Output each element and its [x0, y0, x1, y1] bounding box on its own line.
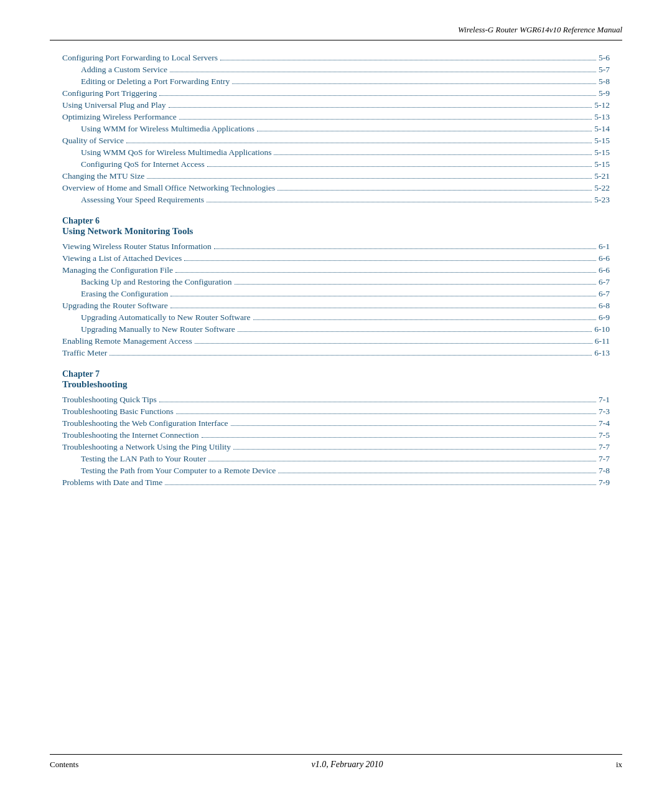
toc-entry[interactable]: Using WMM for Wireless Multimedia Applic…	[62, 124, 610, 134]
toc-entry-dots	[126, 143, 592, 143]
toc-entry-page: 5-23	[594, 195, 610, 205]
toc-entry-dots	[165, 484, 596, 485]
toc-entry-title: Viewing a List of Attached Devices	[62, 253, 182, 263]
toc-entry[interactable]: Troubleshooting Basic Functions7-3	[62, 407, 610, 417]
toc-entry-title: Backing Up and Restoring the Configurati…	[81, 277, 232, 287]
toc-entry-title: Adding a Custom Service	[81, 65, 167, 75]
toc-entry-page: 5-14	[594, 124, 610, 134]
toc-entry[interactable]: Traffic Meter6-13	[62, 348, 610, 358]
toc-entry[interactable]: Erasing the Configuration6-7	[62, 289, 610, 299]
toc-entry-dots	[170, 296, 596, 296]
page-header: Wireless-G Router WGR614v10 Reference Ma…	[50, 25, 622, 40]
toc-entry-title: Erasing the Configuration	[81, 289, 168, 299]
toc-entry[interactable]: Configuring Port Forwarding to Local Ser…	[62, 53, 610, 63]
toc-entry-dots	[110, 355, 592, 356]
toc-entry[interactable]: Editing or Deleting a Port Forwarding En…	[62, 77, 610, 87]
toc-entry[interactable]: Backing Up and Restoring the Configurati…	[62, 277, 610, 287]
toc-entry-page: 6-10	[594, 324, 610, 334]
toc-entry-title: Using WMM for Wireless Multimedia Applic…	[81, 124, 254, 134]
chapter6-label: Chapter 6	[62, 216, 610, 226]
toc-entry-page: 6-6	[599, 265, 610, 275]
toc-entry-dots	[202, 437, 596, 438]
chapter7-label: Chapter 7	[62, 369, 610, 379]
toc-entry-title: Viewing Wireless Router Status Informati…	[62, 242, 212, 252]
toc-entry[interactable]: Configuring QoS for Internet Access5-15	[62, 159, 610, 169]
toc-entry-page: 5-15	[594, 148, 610, 158]
toc-entry[interactable]: Troubleshooting the Web Configuration In…	[62, 418, 610, 428]
toc-entry-dots	[159, 402, 596, 402]
toc-entry-dots	[208, 461, 596, 461]
footer-center: v1.0, February 2010	[78, 760, 616, 770]
toc-entry-dots	[214, 248, 596, 249]
toc-entry-page: 6-1	[599, 242, 610, 252]
toc-entry[interactable]: Upgrading Manually to New Router Softwar…	[62, 324, 610, 334]
toc-entry-title: Enabling Remote Management Access	[62, 336, 192, 346]
toc-entry-title: Configuring QoS for Internet Access	[81, 159, 205, 169]
toc-entry[interactable]: Upgrading Automatically to New Router So…	[62, 313, 610, 323]
toc-entry-page: 5-22	[594, 183, 610, 193]
toc-entry[interactable]: Quality of Service5-15	[62, 136, 610, 146]
toc-entry-page: 6-11	[595, 336, 610, 346]
toc-entry-page: 7-5	[599, 430, 610, 440]
toc-entry-page: 7-1	[599, 395, 610, 405]
chapter7-heading: Chapter 7 Troubleshooting	[62, 369, 610, 390]
toc-entry-title: Overview of Home and Small Office Networ…	[62, 183, 275, 193]
chapter7-entries: Troubleshooting Quick Tips7-1Troubleshoo…	[62, 395, 610, 488]
toc-entry[interactable]: Changing the MTU Size5-21	[62, 171, 610, 181]
toc-entry-dots	[238, 331, 592, 332]
toc-entry-title: Traffic Meter	[62, 348, 107, 358]
toc-entry-title: Upgrading Automatically to New Router So…	[81, 313, 251, 323]
toc-entry[interactable]: Using Universal Plug and Play5-12	[62, 100, 610, 110]
toc-entry[interactable]: Viewing a List of Attached Devices6-6	[62, 253, 610, 263]
toc-entry[interactable]: Testing the Path from Your Computer to a…	[62, 466, 610, 476]
toc-entry-page: 7-7	[599, 454, 610, 464]
toc-entry-dots	[257, 131, 592, 131]
toc-entry-title: Using Universal Plug and Play	[62, 100, 166, 110]
toc-entry-page: 6-8	[599, 301, 610, 311]
toc-entry-page: 5-9	[599, 88, 610, 98]
toc-entry[interactable]: Viewing Wireless Router Status Informati…	[62, 242, 610, 252]
toc-entry[interactable]: Troubleshooting a Network Using the Ping…	[62, 442, 610, 452]
toc-entry[interactable]: Using WMM QoS for Wireless Multimedia Ap…	[62, 148, 610, 158]
initial-toc-entries: Configuring Port Forwarding to Local Ser…	[62, 53, 610, 205]
toc-entry-title: Problems with Date and Time	[62, 478, 162, 488]
toc-entry[interactable]: Problems with Date and Time7-9	[62, 478, 610, 488]
footer-left: Contents	[50, 760, 78, 770]
toc-entry-dots	[179, 119, 592, 120]
toc-entry-page: 5-12	[594, 100, 610, 110]
toc-entry-dots	[169, 107, 592, 108]
toc-entry-title: Configuring Port Triggering	[62, 88, 157, 98]
toc-entry[interactable]: Assessing Your Speed Requirements5-23	[62, 195, 610, 205]
toc-entry[interactable]: Overview of Home and Small Office Networ…	[62, 183, 610, 193]
toc-entry-dots	[170, 72, 596, 72]
toc-entry-title: Changing the MTU Size	[62, 171, 144, 181]
toc-entry-page: 5-7	[599, 65, 610, 75]
toc-entry[interactable]: Troubleshooting the Internet Connection7…	[62, 430, 610, 440]
toc-entry[interactable]: Troubleshooting Quick Tips7-1	[62, 395, 610, 405]
toc-entry-dots	[235, 284, 596, 285]
toc-entry[interactable]: Configuring Port Triggering5-9	[62, 88, 610, 98]
toc-entry-title: Troubleshooting a Network Using the Ping…	[62, 442, 231, 452]
toc-entry-title: Troubleshooting the Internet Connection	[62, 430, 199, 440]
toc-entry-title: Using WMM QoS for Wireless Multimedia Ap…	[81, 148, 271, 158]
toc-entry[interactable]: Optimizing Wireless Performance5-13	[62, 112, 610, 122]
toc-entry-title: Optimizing Wireless Performance	[62, 112, 177, 122]
toc-entry-title: Upgrading the Router Software	[62, 301, 168, 311]
toc-entry-title: Testing the LAN Path to Your Router	[81, 454, 206, 464]
toc-entry-page: 7-7	[599, 442, 610, 452]
toc-entry-dots	[195, 343, 592, 344]
toc-container: Configuring Port Forwarding to Local Ser…	[50, 53, 622, 742]
toc-entry-page: 5-13	[594, 112, 610, 122]
toc-entry-page: 6-7	[599, 289, 610, 299]
toc-entry[interactable]: Managing the Configuration File6-6	[62, 265, 610, 275]
toc-entry[interactable]: Enabling Remote Management Access6-11	[62, 336, 610, 346]
toc-entry-title: Editing or Deleting a Port Forwarding En…	[81, 77, 230, 87]
toc-entry-title: Managing the Configuration File	[62, 265, 173, 275]
toc-entry[interactable]: Adding a Custom Service5-7	[62, 65, 610, 75]
toc-entry-title: Troubleshooting Basic Functions	[62, 407, 174, 417]
toc-entry-dots	[176, 413, 596, 414]
toc-entry[interactable]: Upgrading the Router Software6-8	[62, 301, 610, 311]
toc-entry-page: 6-6	[599, 253, 610, 263]
toc-entry-dots	[207, 202, 592, 202]
toc-entry[interactable]: Testing the LAN Path to Your Router7-7	[62, 454, 610, 464]
